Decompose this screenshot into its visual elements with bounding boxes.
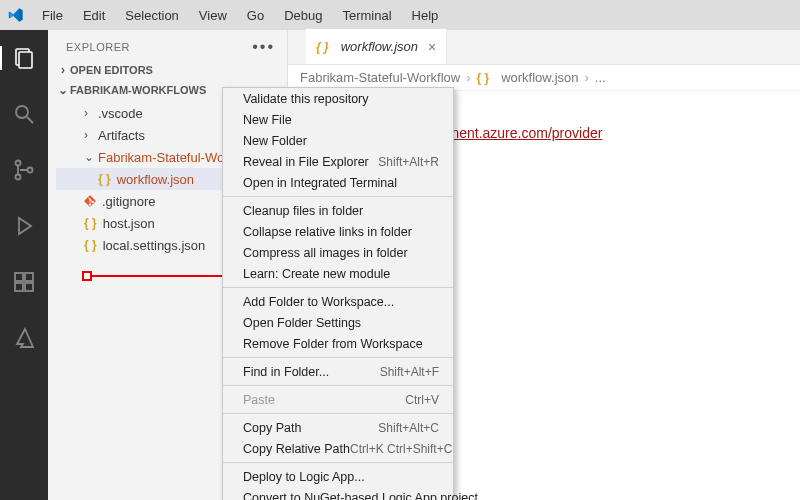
menu-view[interactable]: View (191, 4, 235, 27)
menu-separator (223, 287, 453, 288)
svg-rect-1 (19, 52, 32, 68)
context-menu-item[interactable]: Collapse relative links in folder (223, 221, 453, 242)
context-menu-item[interactable]: Open Folder Settings (223, 312, 453, 333)
menu-edit[interactable]: Edit (75, 4, 113, 27)
context-menu-item[interactable]: Find in Folder...Shift+Alt+F (223, 361, 453, 382)
context-menu-item[interactable]: Validate this repository (223, 88, 453, 109)
git-icon (84, 195, 96, 207)
azure-icon[interactable] (0, 318, 48, 358)
menu-debug[interactable]: Debug (276, 4, 330, 27)
json-icon: { } (84, 216, 97, 230)
context-menu-item[interactable]: Add Folder to Workspace... (223, 291, 453, 312)
svg-rect-11 (25, 283, 33, 291)
context-menu-item: PasteCtrl+V (223, 389, 453, 410)
svg-rect-10 (15, 283, 23, 291)
svg-point-2 (16, 106, 28, 118)
vscode-logo-icon (8, 7, 24, 23)
svg-rect-8 (15, 273, 23, 281)
json-icon: { } (84, 238, 97, 252)
menu-terminal[interactable]: Terminal (334, 4, 399, 27)
context-menu-item[interactable]: Reveal in File ExplorerShift+Alt+R (223, 151, 453, 172)
context-menu-item[interactable]: New Folder (223, 130, 453, 151)
svg-marker-7 (19, 218, 31, 234)
svg-point-6 (28, 168, 33, 173)
editor-tabbar: { } workflow.json × (288, 30, 800, 65)
extensions-icon[interactable] (0, 262, 48, 302)
menu-separator (223, 413, 453, 414)
context-menu-item[interactable]: New File (223, 109, 453, 130)
svg-rect-9 (25, 273, 33, 281)
menu-separator (223, 357, 453, 358)
context-menu-item[interactable]: Remove Folder from Workspace (223, 333, 453, 354)
context-menu-item[interactable]: Copy PathShift+Alt+C (223, 417, 453, 438)
activity-bar (0, 30, 48, 500)
context-menu-item[interactable]: Copy Relative PathCtrl+K Ctrl+Shift+C (223, 438, 453, 459)
source-control-icon[interactable] (0, 150, 48, 190)
context-menu-item[interactable]: Open in Integrated Terminal (223, 172, 453, 193)
more-actions-icon[interactable]: ••• (252, 38, 275, 56)
context-menu-item[interactable]: Deploy to Logic App... (223, 466, 453, 487)
titlebar: File Edit Selection View Go Debug Termin… (0, 0, 800, 30)
svg-line-3 (27, 117, 33, 123)
svg-point-4 (16, 161, 21, 166)
json-icon: { } (98, 172, 111, 186)
search-icon[interactable] (0, 94, 48, 134)
context-menu-item[interactable]: Convert to NuGet-based Logic App project (223, 487, 453, 500)
json-icon: { } (476, 71, 489, 85)
tab-workflow-json[interactable]: { } workflow.json × (306, 29, 447, 64)
menu-separator (223, 196, 453, 197)
context-menu-item[interactable]: Compress all images in folder (223, 242, 453, 263)
open-editors-section[interactable]: ›OPEN EDITORS (48, 60, 287, 80)
menu-selection[interactable]: Selection (117, 4, 186, 27)
json-icon: { } (316, 40, 329, 54)
context-menu-item[interactable]: Learn: Create new module (223, 263, 453, 284)
tab-label: workflow.json (341, 39, 418, 54)
context-menu[interactable]: Validate this repositoryNew FileNew Fold… (222, 87, 454, 500)
explorer-icon[interactable] (0, 38, 48, 78)
menu-separator (223, 385, 453, 386)
menu-help[interactable]: Help (404, 4, 447, 27)
menu-separator (223, 462, 453, 463)
context-menu-item[interactable]: Cleanup files in folder (223, 200, 453, 221)
menu-file[interactable]: File (34, 4, 71, 27)
svg-point-5 (16, 175, 21, 180)
explorer-title: EXPLORER (66, 41, 130, 53)
run-debug-icon[interactable] (0, 206, 48, 246)
menu-go[interactable]: Go (239, 4, 272, 27)
close-icon[interactable]: × (428, 39, 436, 55)
